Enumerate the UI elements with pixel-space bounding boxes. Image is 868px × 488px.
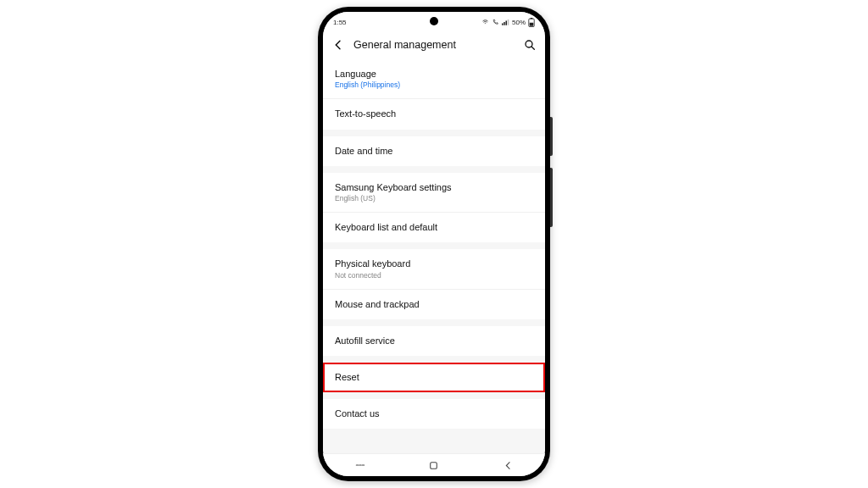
row-label: Date and time bbox=[335, 146, 533, 157]
settings-group: Reset bbox=[323, 363, 545, 392]
row-keyboard-list[interactable]: Keyboard list and default bbox=[323, 212, 545, 242]
settings-group: Contact us bbox=[323, 399, 545, 429]
row-samsung-keyboard[interactable]: Samsung Keyboard settingsEnglish (US) bbox=[323, 173, 545, 212]
row-label: Reset bbox=[335, 372, 533, 383]
nav-back[interactable] bbox=[502, 459, 514, 471]
screen: 1:55 50% General management Langu bbox=[323, 12, 545, 476]
row-subtext: English (US) bbox=[335, 194, 533, 202]
row-autofill[interactable]: Autofill service bbox=[323, 326, 545, 356]
content: LanguageEnglish (Philippines)Text-to-spe… bbox=[323, 59, 545, 453]
row-contact-us[interactable]: Contact us bbox=[323, 399, 545, 429]
status-right: 50% bbox=[481, 18, 535, 27]
nav-bar bbox=[323, 453, 545, 476]
row-label: Physical keyboard bbox=[335, 258, 533, 269]
settings-group: LanguageEnglish (Philippines)Text-to-spe… bbox=[323, 59, 545, 130]
row-label: Keyboard list and default bbox=[335, 222, 533, 233]
svg-rect-2 bbox=[505, 21, 507, 25]
phone-frame: 1:55 50% General management Langu bbox=[318, 7, 550, 481]
battery-icon bbox=[528, 18, 535, 27]
svg-rect-0 bbox=[502, 24, 504, 25]
nav-recents[interactable] bbox=[354, 459, 366, 471]
svg-rect-1 bbox=[504, 22, 505, 25]
row-subtext: Not connected bbox=[335, 271, 533, 280]
row-physical-keyboard[interactable]: Physical keyboardNot connected bbox=[323, 249, 545, 288]
settings-group: Physical keyboardNot connectedMouse and … bbox=[323, 249, 545, 319]
row-text-to-speech[interactable]: Text-to-speech bbox=[323, 98, 545, 129]
row-label: Text-to-speech bbox=[335, 108, 533, 119]
row-language[interactable]: LanguageEnglish (Philippines) bbox=[323, 59, 545, 98]
svg-rect-6 bbox=[530, 22, 534, 25]
settings-group: Samsung Keyboard settingsEnglish (US)Key… bbox=[323, 173, 545, 243]
page-title: General management bbox=[353, 39, 515, 51]
nav-home[interactable] bbox=[428, 459, 440, 471]
row-mouse-trackpad[interactable]: Mouse and trackpad bbox=[323, 289, 545, 319]
wifi-icon bbox=[481, 19, 489, 25]
row-label: Language bbox=[335, 69, 533, 80]
signal-icon bbox=[502, 19, 509, 25]
row-label: Samsung Keyboard settings bbox=[335, 182, 533, 193]
row-label: Autofill service bbox=[335, 336, 533, 347]
header: General management bbox=[323, 30, 545, 59]
settings-group: Autofill service bbox=[323, 326, 545, 356]
back-button[interactable] bbox=[331, 38, 345, 52]
svg-rect-8 bbox=[431, 462, 437, 469]
row-reset[interactable]: Reset bbox=[323, 363, 545, 392]
row-subtext: English (Philippines) bbox=[335, 80, 533, 89]
svg-rect-3 bbox=[508, 19, 509, 25]
battery-text: 50% bbox=[512, 19, 526, 26]
row-date-and-time[interactable]: Date and time bbox=[323, 136, 545, 166]
row-label: Mouse and trackpad bbox=[335, 299, 533, 310]
settings-group: Date and time bbox=[323, 136, 545, 166]
search-button[interactable] bbox=[523, 38, 537, 52]
stage: 1:55 50% General management Langu bbox=[0, 0, 868, 488]
status-time: 1:55 bbox=[333, 19, 347, 26]
vowifi-icon bbox=[492, 19, 499, 25]
row-label: Contact us bbox=[335, 408, 533, 419]
camera-notch bbox=[430, 17, 438, 25]
